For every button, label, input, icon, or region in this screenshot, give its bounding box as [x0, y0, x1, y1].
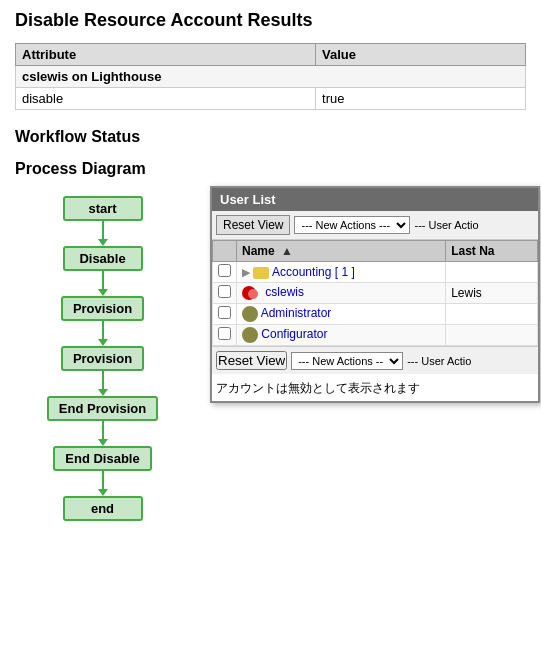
new-actions-select-top[interactable]: --- New Actions ---	[294, 216, 410, 234]
user-actions-label-bottom: --- User Actio	[407, 355, 471, 367]
expand-icon[interactable]: ▶	[242, 266, 250, 278]
attr-name: disable	[16, 88, 316, 110]
table-row: Administrator	[213, 304, 538, 325]
process-title: Process Diagram	[15, 160, 526, 178]
lastname-cell: Lewis	[446, 283, 538, 304]
row-checkbox[interactable]	[218, 306, 231, 319]
connector-5	[102, 421, 104, 439]
user-icon-admin	[242, 306, 258, 322]
workflow-title: Workflow Status	[15, 128, 526, 146]
disable-box: Disable	[63, 246, 143, 271]
arrow-5	[98, 439, 108, 446]
connector-4	[102, 371, 104, 389]
provision1-box: Provision	[61, 296, 144, 321]
end-disable-box: End Disable	[53, 446, 151, 471]
name-cell: cslewis	[237, 283, 446, 304]
user-icon-config	[242, 327, 258, 343]
user-name-link[interactable]: Accounting [ 1 ]	[272, 265, 355, 279]
user-icon-badge	[248, 289, 258, 299]
popup-bottom-toolbar: Reset View --- New Actions -- --- User A…	[212, 346, 538, 374]
checkbox-cell[interactable]	[213, 304, 237, 325]
node-end: end	[63, 496, 143, 521]
col-lastname: Last Na	[446, 241, 538, 262]
col-value: Value	[316, 44, 526, 66]
table-group-row: cslewis on Lighthouse	[16, 66, 526, 88]
end-provision-box: End Provision	[47, 396, 158, 421]
name-cell: Configurator	[237, 325, 446, 346]
annotation-text: アカウントは無効として表示されます	[216, 381, 420, 395]
user-name-link[interactable]: Administrator	[261, 306, 332, 320]
row-checkbox[interactable]	[218, 285, 231, 298]
user-name-link[interactable]: cslewis	[265, 285, 304, 299]
table-row: cslewis Lewis	[213, 283, 538, 304]
checkbox-cell[interactable]	[213, 262, 237, 283]
popup-titlebar: User List	[212, 188, 538, 211]
connector-6	[102, 471, 104, 489]
arrow-2	[98, 289, 108, 296]
lastname-cell	[446, 325, 538, 346]
reset-view-button-bottom[interactable]: Reset View	[216, 351, 287, 370]
process-section: start Disable Provision Provision End Pr…	[15, 186, 526, 521]
table-row: Configurator	[213, 325, 538, 346]
connector-3	[102, 321, 104, 339]
connector-1	[102, 221, 104, 239]
col-checkbox	[213, 241, 237, 262]
popup-title: User List	[220, 192, 276, 207]
checkbox-cell[interactable]	[213, 283, 237, 304]
user-list-popup: User List Reset View --- New Actions ---…	[210, 186, 540, 403]
name-cell: Administrator	[237, 304, 446, 325]
workflow-section: Workflow Status	[15, 128, 526, 146]
reset-view-button-top[interactable]: Reset View	[216, 215, 290, 235]
user-list-table: Name ▲ Last Na ▶ Accounting [ 1 ]	[212, 240, 538, 346]
arrow-4	[98, 389, 108, 396]
arrow-3	[98, 339, 108, 346]
node-start: start	[63, 196, 143, 221]
row-checkbox[interactable]	[218, 264, 231, 277]
lastname-cell	[446, 304, 538, 325]
provision2-box: Provision	[61, 346, 144, 371]
group-label: cslewis on Lighthouse	[16, 66, 526, 88]
attr-value: true	[316, 88, 526, 110]
new-actions-select-bottom[interactable]: --- New Actions --	[291, 352, 403, 370]
lastname-cell	[446, 262, 538, 283]
node-end-disable: End Disable	[53, 446, 151, 471]
node-end-provision: End Provision	[47, 396, 158, 421]
node-provision2: Provision	[61, 346, 144, 371]
popup-top-toolbar: Reset View --- New Actions --- --- User …	[212, 211, 538, 240]
arrow-1	[98, 239, 108, 246]
user-name-link[interactable]: Configurator	[261, 327, 327, 341]
connector-2	[102, 271, 104, 289]
arrow-6	[98, 489, 108, 496]
attribute-table: Attribute Value cslewis on Lighthouse di…	[15, 43, 526, 110]
sort-arrow-icon: ▲	[281, 244, 293, 258]
folder-icon	[253, 267, 269, 279]
checkbox-cell[interactable]	[213, 325, 237, 346]
name-cell: ▶ Accounting [ 1 ]	[237, 262, 446, 283]
table-header-row: Name ▲ Last Na	[213, 241, 538, 262]
col-name: Name ▲	[237, 241, 446, 262]
end-box: end	[63, 496, 143, 521]
col-attribute: Attribute	[16, 44, 316, 66]
user-icon-group	[242, 285, 262, 301]
page-title: Disable Resource Account Results	[15, 10, 526, 31]
table-row: ▶ Accounting [ 1 ]	[213, 262, 538, 283]
start-box: start	[63, 196, 143, 221]
annotation-area: アカウントは無効として表示されます	[212, 374, 538, 401]
flow-diagram: start Disable Provision Provision End Pr…	[15, 186, 190, 521]
table-row: disable true	[16, 88, 526, 110]
user-actions-label-top: --- User Actio	[414, 219, 478, 231]
node-provision1: Provision	[61, 296, 144, 321]
node-disable: Disable	[63, 246, 143, 271]
row-checkbox[interactable]	[218, 327, 231, 340]
